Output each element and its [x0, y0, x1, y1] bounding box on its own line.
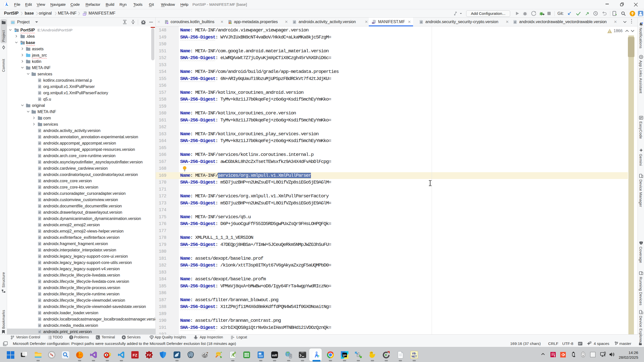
- svg-text:VB-: VB-: [412, 352, 417, 355]
- svg-text:NET: NET: [412, 355, 417, 358]
- svg-text:MF: MF: [83, 13, 86, 16]
- svg-text:FZ: FZ: [133, 353, 137, 357]
- svg-text:mR: mR: [272, 353, 277, 357]
- svg-text:FZ: FZ: [147, 353, 151, 357]
- svg-text:MF: MF: [372, 22, 375, 24]
- svg-text:WS: WS: [343, 354, 346, 356]
